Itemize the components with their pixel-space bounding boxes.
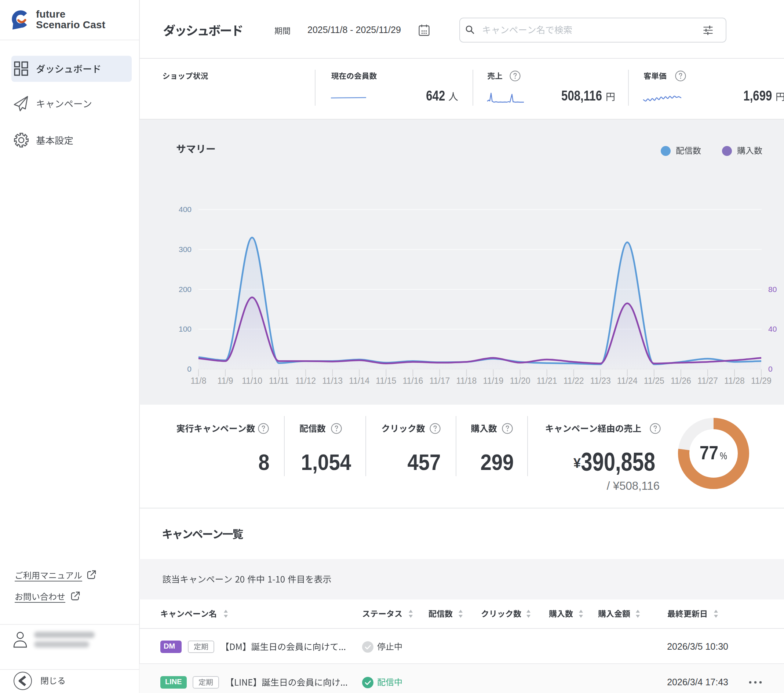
svg-text:11/23: 11/23	[590, 376, 611, 385]
svg-text:11/11: 11/11	[269, 376, 289, 385]
svg-text:400: 400	[179, 205, 191, 214]
svg-text:11/28: 11/28	[724, 376, 745, 385]
svg-text:11/14: 11/14	[349, 376, 369, 385]
svg-text:300: 300	[179, 245, 191, 253]
svg-text:11/18: 11/18	[456, 376, 477, 385]
svg-text:0: 0	[768, 365, 772, 373]
svg-text:11/15: 11/15	[376, 376, 396, 385]
svg-text:11/12: 11/12	[295, 376, 316, 385]
svg-text:11/21: 11/21	[537, 376, 557, 385]
svg-text:0: 0	[187, 365, 191, 373]
svg-text:11/25: 11/25	[644, 376, 664, 385]
svg-text:11/26: 11/26	[670, 376, 691, 385]
svg-text:11/16: 11/16	[402, 376, 423, 385]
svg-text:11/17: 11/17	[429, 376, 450, 385]
svg-text:80: 80	[768, 285, 777, 293]
svg-text:11/29: 11/29	[751, 376, 771, 385]
svg-text:200: 200	[179, 285, 191, 293]
svg-text:11/24: 11/24	[617, 376, 637, 385]
svg-text:11/9: 11/9	[217, 376, 233, 385]
svg-text:100: 100	[179, 325, 191, 333]
svg-text:11/8: 11/8	[190, 376, 206, 385]
svg-text:40: 40	[768, 325, 777, 333]
svg-text:11/13: 11/13	[322, 376, 343, 385]
svg-text:11/20: 11/20	[510, 376, 530, 385]
svg-text:11/19: 11/19	[483, 376, 504, 385]
svg-text:11/27: 11/27	[697, 376, 718, 385]
svg-text:11/10: 11/10	[242, 376, 262, 385]
svg-text:11/22: 11/22	[563, 376, 584, 385]
